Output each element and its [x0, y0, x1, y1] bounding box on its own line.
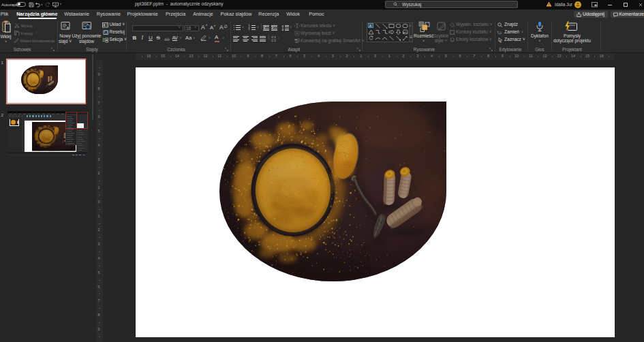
- svg-text:c: c: [500, 30, 502, 33]
- svg-text:b: b: [497, 30, 500, 33]
